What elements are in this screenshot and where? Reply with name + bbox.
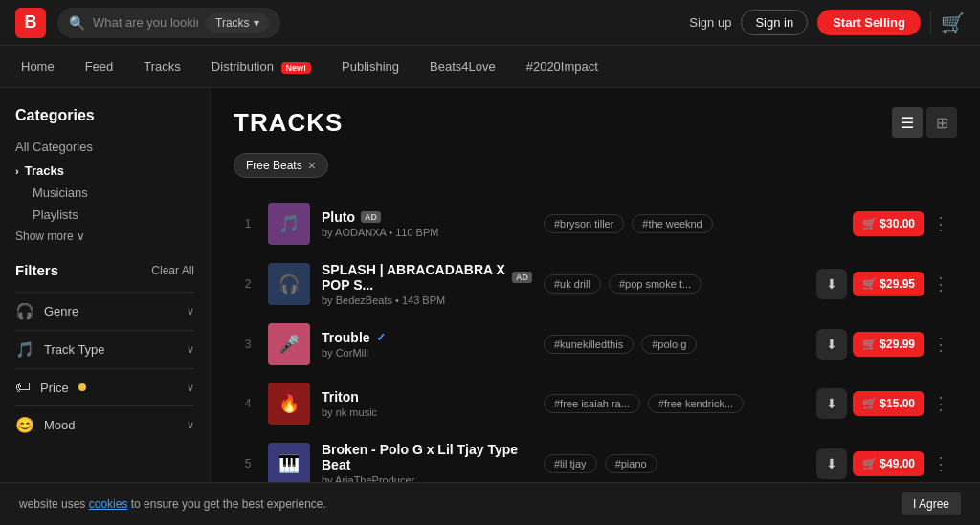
clear-all-button[interactable]: Clear All: [151, 264, 194, 277]
logo: B: [15, 8, 46, 38]
track-list: 1 🎵 Pluto AD by AODANXA • 110 BPM #bryso…: [234, 195, 957, 525]
track-name: Broken - Polo G x Lil Tjay Type Beat: [322, 442, 532, 472]
track-number: 2: [239, 277, 256, 291]
nav-item-2020impact[interactable]: #2020Impact: [524, 59, 600, 74]
nav-item-tracks[interactable]: Tracks: [142, 59, 183, 74]
tracks-chevron-icon: ›: [15, 165, 19, 177]
track-tag[interactable]: #polo g: [641, 335, 697, 354]
search-dropdown[interactable]: Tracks ▾: [206, 13, 269, 33]
signup-button[interactable]: Sign up: [689, 15, 731, 30]
filter-mood[interactable]: 😊 Mood ∨: [15, 405, 194, 444]
sidebar-item-playlists[interactable]: Playlists: [33, 208, 194, 222]
track-artist: by CorMill: [322, 347, 532, 359]
track-thumbnail: 🎹: [268, 443, 310, 485]
nav-item-distribution[interactable]: Distribution New!: [210, 59, 313, 74]
price-button[interactable]: 🛒 $29.99: [853, 332, 924, 357]
track-type-label: Track Type: [44, 342, 105, 357]
nav-item-home[interactable]: Home: [19, 59, 56, 74]
filters-title: Filters: [15, 262, 58, 278]
show-more-chevron: ∨: [77, 230, 85, 243]
nav-divider: [930, 11, 931, 34]
track-thumbnail: 🎵: [268, 203, 310, 245]
more-options-button[interactable]: ⋮: [930, 334, 951, 355]
track-info: Triton by nk music: [322, 389, 532, 418]
track-name: Trouble ✓: [322, 330, 532, 345]
sidebar-all-categories[interactable]: All Categories: [15, 140, 194, 154]
top-nav: B 🔍 Tracks ▾ Sign up Sign in Start Selli…: [0, 0, 980, 46]
free-beats-chip[interactable]: Free Beats ×: [234, 153, 328, 178]
more-options-button[interactable]: ⋮: [930, 273, 951, 295]
genre-label: Genre: [44, 304, 78, 318]
track-tag[interactable]: #bryson tiller: [544, 214, 624, 233]
filter-price[interactable]: 🏷 Price ∨: [15, 368, 194, 405]
ad-badge: AD: [361, 211, 381, 223]
show-more-button[interactable]: Show more ∨: [15, 230, 194, 243]
cookie-link[interactable]: cookies: [89, 497, 128, 511]
track-row[interactable]: 1 🎵 Pluto AD by AODANXA • 110 BPM #bryso…: [234, 195, 957, 252]
signin-button[interactable]: Sign in: [741, 10, 808, 35]
price-button[interactable]: 🛒 $49.00: [853, 451, 924, 476]
track-tag[interactable]: #free kendrick...: [648, 394, 744, 413]
download-button[interactable]: ⬇: [816, 448, 847, 479]
track-tag[interactable]: #kunekilledthis: [544, 335, 634, 354]
cookie-agree-button[interactable]: I Agree: [902, 492, 961, 515]
track-actions: ⬇ 🛒 $49.00 ⋮: [816, 448, 951, 479]
track-row[interactable]: 3 🎤 Trouble ✓ by CorMill #kunekilledthis…: [234, 316, 957, 373]
track-tag[interactable]: #free isaiah ra...: [544, 394, 640, 413]
nav-item-publishing[interactable]: Publishing: [340, 59, 401, 74]
track-actions: ⬇ 🛒 $29.99 ⋮: [816, 329, 951, 360]
more-options-button[interactable]: ⋮: [930, 393, 951, 414]
list-view-button[interactable]: ☰: [892, 107, 923, 138]
price-icon: 🏷: [15, 379, 31, 396]
track-name: SPLASH | ABRACADABRA X POP S... AD: [322, 262, 532, 293]
track-type-chevron-icon: ∨: [187, 343, 194, 356]
cookie-bar: website uses cookies to ensure you get t…: [0, 482, 980, 525]
genre-chevron-icon: ∨: [187, 305, 194, 317]
track-tags: #lil tjay#piano: [544, 454, 805, 473]
download-button[interactable]: ⬇: [816, 388, 847, 419]
search-dropdown-label: Tracks: [215, 16, 250, 30]
remove-chip-icon[interactable]: ×: [308, 158, 316, 173]
track-artist: by nk music: [322, 406, 532, 418]
grid-view-button[interactable]: ⊞: [926, 107, 957, 138]
download-button[interactable]: ⬇: [816, 269, 847, 299]
search-bar[interactable]: 🔍 Tracks ▾: [57, 8, 280, 38]
track-name: Triton: [322, 389, 532, 405]
track-tag[interactable]: #uk drill: [544, 274, 601, 294]
ad-badge: AD: [512, 272, 532, 283]
search-input[interactable]: [93, 15, 198, 30]
filter-chips: Free Beats ×: [234, 153, 957, 178]
track-tag[interactable]: #the weeknd: [632, 214, 712, 233]
distribution-badge: New!: [281, 62, 312, 74]
price-active-dot: [78, 383, 86, 391]
track-row[interactable]: 4 🔥 Triton by nk music #free isaiah ra..…: [234, 375, 957, 432]
track-info: Pluto AD by AODANXA • 110 BPM: [322, 209, 532, 238]
track-number: 1: [239, 217, 256, 230]
top-nav-actions: Sign up Sign in Start Selling 🛒: [689, 10, 965, 35]
free-beats-chip-label: Free Beats: [246, 159, 302, 172]
more-options-button[interactable]: ⋮: [930, 453, 951, 474]
price-button[interactable]: 🛒 $30.00: [853, 211, 924, 236]
track-tags: #uk drill#pop smoke t...: [544, 274, 805, 294]
nav-item-feed[interactable]: Feed: [83, 59, 116, 74]
cart-icon[interactable]: 🛒: [941, 11, 965, 34]
start-selling-button[interactable]: Start Selling: [817, 10, 921, 35]
filter-genre[interactable]: 🎧 Genre ∨: [15, 292, 194, 330]
track-number: 3: [239, 338, 256, 351]
track-tag[interactable]: #pop smoke t...: [609, 274, 702, 294]
price-button[interactable]: 🛒 $29.95: [853, 272, 924, 296]
track-row[interactable]: 2 🎧 SPLASH | ABRACADABRA X POP S... AD b…: [234, 254, 957, 314]
download-button[interactable]: ⬇: [816, 329, 847, 360]
sidebar-item-tracks[interactable]: › Tracks: [15, 164, 194, 178]
track-tag[interactable]: #lil tjay: [544, 454, 597, 473]
main-layout: Categories All Categories › Tracks Music…: [0, 88, 980, 525]
mood-icon: 😊: [15, 416, 34, 434]
more-options-button[interactable]: ⋮: [930, 213, 951, 234]
sidebar-item-musicians[interactable]: Musicians: [33, 186, 194, 200]
price-button[interactable]: 🛒 $15.00: [853, 391, 924, 416]
nav-item-beats4love[interactable]: Beats4Love: [428, 59, 498, 74]
track-info: SPLASH | ABRACADABRA X POP S... AD by Be…: [322, 262, 532, 306]
track-artist: by BedezBeats • 143 BPM: [322, 295, 532, 306]
filter-track-type[interactable]: 🎵 Track Type ∨: [15, 330, 194, 368]
track-tag[interactable]: #piano: [605, 454, 657, 473]
